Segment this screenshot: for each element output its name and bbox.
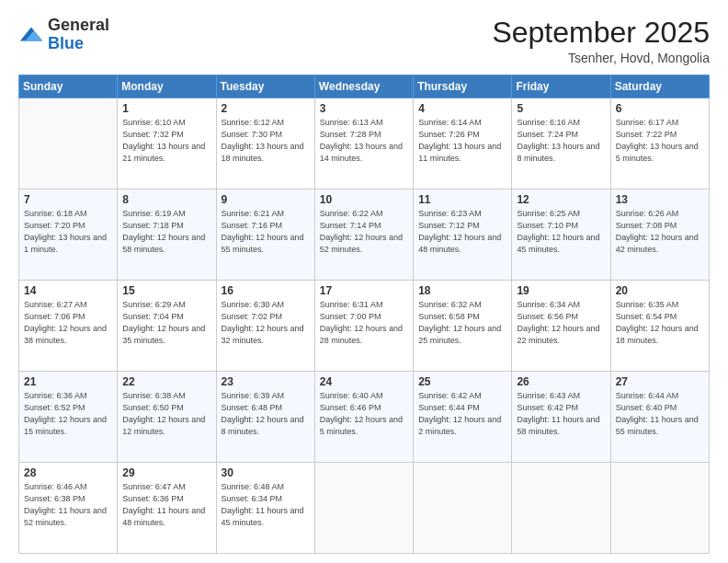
logo-text: General Blue xyxy=(48,17,109,53)
day-info: Sunrise: 6:29 AMSunset: 7:04 PMDaylight:… xyxy=(122,299,210,347)
calendar-cell xyxy=(19,98,118,190)
day-info: Sunrise: 6:25 AMSunset: 7:10 PMDaylight:… xyxy=(517,208,605,256)
day-info: Sunrise: 6:47 AMSunset: 6:36 PMDaylight:… xyxy=(122,481,210,529)
day-number: 24 xyxy=(320,375,408,388)
day-number: 8 xyxy=(122,193,210,206)
calendar-cell: 30Sunrise: 6:48 AMSunset: 6:34 PMDayligh… xyxy=(216,463,314,554)
day-info: Sunrise: 6:13 AMSunset: 7:28 PMDaylight:… xyxy=(320,117,408,165)
day-number: 29 xyxy=(122,466,210,479)
calendar-cell: 6Sunrise: 6:17 AMSunset: 7:22 PMDaylight… xyxy=(610,98,709,190)
day-info: Sunrise: 6:17 AMSunset: 7:22 PMDaylight:… xyxy=(616,117,704,165)
calendar-cell: 23Sunrise: 6:39 AMSunset: 6:48 PMDayligh… xyxy=(216,372,314,463)
day-number: 11 xyxy=(418,193,506,206)
day-info: Sunrise: 6:35 AMSunset: 6:54 PMDaylight:… xyxy=(616,299,704,347)
day-number: 2 xyxy=(222,102,310,115)
calendar-cell: 24Sunrise: 6:40 AMSunset: 6:46 PMDayligh… xyxy=(314,372,413,463)
page: General Blue September 2025 Tsenher, Hov… xyxy=(0,0,728,563)
calendar-cell: 17Sunrise: 6:31 AMSunset: 7:00 PMDayligh… xyxy=(314,281,413,372)
calendar-cell: 29Sunrise: 6:47 AMSunset: 6:36 PMDayligh… xyxy=(118,463,216,554)
day-number: 1 xyxy=(122,102,210,115)
day-number: 22 xyxy=(122,375,210,388)
day-number: 26 xyxy=(517,375,605,388)
calendar-cell: 16Sunrise: 6:30 AMSunset: 7:02 PMDayligh… xyxy=(216,281,314,372)
day-info: Sunrise: 6:12 AMSunset: 7:30 PMDaylight:… xyxy=(222,117,310,165)
day-info: Sunrise: 6:43 AMSunset: 6:42 PMDaylight:… xyxy=(517,390,605,438)
logo: General Blue xyxy=(18,17,109,53)
calendar-cell: 1Sunrise: 6:10 AMSunset: 7:32 PMDaylight… xyxy=(118,98,216,190)
day-number: 14 xyxy=(24,284,112,297)
calendar-week-row: 14Sunrise: 6:27 AMSunset: 7:06 PMDayligh… xyxy=(19,281,710,372)
calendar-cell: 8Sunrise: 6:19 AMSunset: 7:18 PMDaylight… xyxy=(118,190,216,281)
day-number: 3 xyxy=(320,102,408,115)
calendar-cell xyxy=(314,463,413,554)
day-number: 15 xyxy=(122,284,210,297)
day-info: Sunrise: 6:16 AMSunset: 7:24 PMDaylight:… xyxy=(517,117,605,165)
day-info: Sunrise: 6:46 AMSunset: 6:38 PMDaylight:… xyxy=(24,481,112,529)
calendar-cell: 14Sunrise: 6:27 AMSunset: 7:06 PMDayligh… xyxy=(19,281,118,372)
header-friday: Friday xyxy=(512,75,610,98)
day-info: Sunrise: 6:22 AMSunset: 7:14 PMDaylight:… xyxy=(320,208,408,256)
day-number: 20 xyxy=(616,284,704,297)
day-number: 13 xyxy=(616,193,704,206)
calendar-cell xyxy=(414,463,512,554)
day-info: Sunrise: 6:44 AMSunset: 6:40 PMDaylight:… xyxy=(616,390,704,438)
day-info: Sunrise: 6:10 AMSunset: 7:32 PMDaylight:… xyxy=(122,117,210,165)
day-number: 18 xyxy=(418,284,506,297)
calendar-cell xyxy=(610,463,709,554)
day-info: Sunrise: 6:26 AMSunset: 7:08 PMDaylight:… xyxy=(616,208,704,256)
calendar-week-row: 1Sunrise: 6:10 AMSunset: 7:32 PMDaylight… xyxy=(19,98,710,190)
day-number: 12 xyxy=(517,193,605,206)
day-info: Sunrise: 6:18 AMSunset: 7:20 PMDaylight:… xyxy=(24,208,112,256)
header-saturday: Saturday xyxy=(610,75,709,98)
calendar-cell: 7Sunrise: 6:18 AMSunset: 7:20 PMDaylight… xyxy=(19,190,118,281)
calendar-cell: 5Sunrise: 6:16 AMSunset: 7:24 PMDaylight… xyxy=(512,98,610,190)
day-info: Sunrise: 6:42 AMSunset: 6:44 PMDaylight:… xyxy=(418,390,506,438)
day-number: 9 xyxy=(222,193,310,206)
day-number: 25 xyxy=(418,375,506,388)
calendar-week-row: 28Sunrise: 6:46 AMSunset: 6:38 PMDayligh… xyxy=(19,463,710,554)
logo-general-text: General xyxy=(48,16,109,34)
calendar-week-row: 7Sunrise: 6:18 AMSunset: 7:20 PMDaylight… xyxy=(19,190,710,281)
location: Tsenher, Hovd, Mongolia xyxy=(492,51,710,65)
day-number: 23 xyxy=(222,375,310,388)
calendar-cell: 21Sunrise: 6:36 AMSunset: 6:52 PMDayligh… xyxy=(19,372,118,463)
day-number: 28 xyxy=(24,466,112,479)
day-number: 4 xyxy=(418,102,506,115)
day-info: Sunrise: 6:30 AMSunset: 7:02 PMDaylight:… xyxy=(222,299,310,347)
day-info: Sunrise: 6:34 AMSunset: 6:56 PMDaylight:… xyxy=(517,299,605,347)
day-number: 19 xyxy=(517,284,605,297)
logo-blue-text: Blue xyxy=(48,34,84,52)
weekday-header-row: Sunday Monday Tuesday Wednesday Thursday… xyxy=(19,75,710,98)
day-info: Sunrise: 6:32 AMSunset: 6:58 PMDaylight:… xyxy=(418,299,506,347)
day-number: 17 xyxy=(320,284,408,297)
calendar-cell: 19Sunrise: 6:34 AMSunset: 6:56 PMDayligh… xyxy=(512,281,610,372)
header: General Blue September 2025 Tsenher, Hov… xyxy=(18,17,710,65)
header-monday: Monday xyxy=(118,75,216,98)
day-info: Sunrise: 6:31 AMSunset: 7:00 PMDaylight:… xyxy=(320,299,408,347)
day-number: 30 xyxy=(222,466,310,479)
calendar-cell xyxy=(512,463,610,554)
header-thursday: Thursday xyxy=(414,75,512,98)
calendar-table: Sunday Monday Tuesday Wednesday Thursday… xyxy=(18,75,710,554)
day-number: 7 xyxy=(24,193,112,206)
calendar-cell: 11Sunrise: 6:23 AMSunset: 7:12 PMDayligh… xyxy=(414,190,512,281)
calendar-cell: 25Sunrise: 6:42 AMSunset: 6:44 PMDayligh… xyxy=(414,372,512,463)
calendar-week-row: 21Sunrise: 6:36 AMSunset: 6:52 PMDayligh… xyxy=(19,372,710,463)
header-sunday: Sunday xyxy=(19,75,118,98)
day-number: 16 xyxy=(222,284,310,297)
calendar-cell: 13Sunrise: 6:26 AMSunset: 7:08 PMDayligh… xyxy=(610,190,709,281)
header-wednesday: Wednesday xyxy=(314,75,413,98)
calendar-cell: 27Sunrise: 6:44 AMSunset: 6:40 PMDayligh… xyxy=(610,372,709,463)
day-info: Sunrise: 6:21 AMSunset: 7:16 PMDaylight:… xyxy=(222,208,310,256)
day-number: 27 xyxy=(616,375,704,388)
calendar-cell: 28Sunrise: 6:46 AMSunset: 6:38 PMDayligh… xyxy=(19,463,118,554)
day-info: Sunrise: 6:48 AMSunset: 6:34 PMDaylight:… xyxy=(222,481,310,529)
day-info: Sunrise: 6:23 AMSunset: 7:12 PMDaylight:… xyxy=(418,208,506,256)
calendar-cell: 18Sunrise: 6:32 AMSunset: 6:58 PMDayligh… xyxy=(414,281,512,372)
calendar-cell: 4Sunrise: 6:14 AMSunset: 7:26 PMDaylight… xyxy=(414,98,512,190)
calendar-cell: 20Sunrise: 6:35 AMSunset: 6:54 PMDayligh… xyxy=(610,281,709,372)
calendar-cell: 9Sunrise: 6:21 AMSunset: 7:16 PMDaylight… xyxy=(216,190,314,281)
day-info: Sunrise: 6:40 AMSunset: 6:46 PMDaylight:… xyxy=(320,390,408,438)
calendar-cell: 2Sunrise: 6:12 AMSunset: 7:30 PMDaylight… xyxy=(216,98,314,190)
title-block: September 2025 Tsenher, Hovd, Mongolia xyxy=(492,17,710,65)
